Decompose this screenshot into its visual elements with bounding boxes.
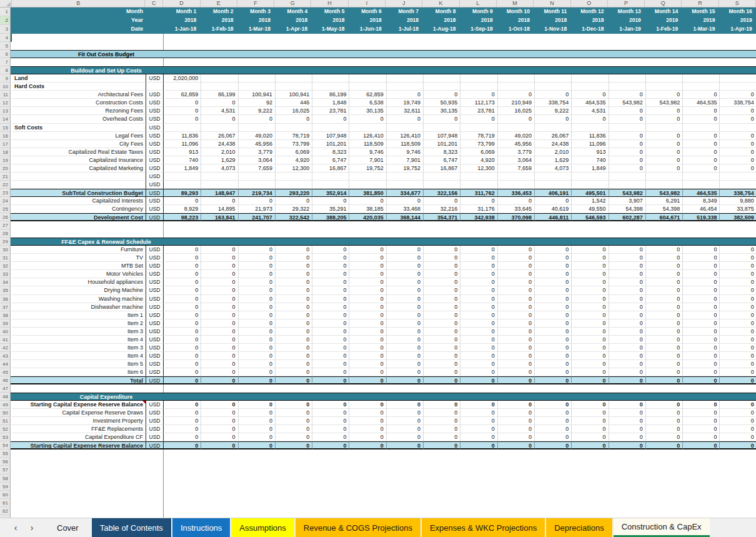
cell-I30[interactable]: 0 <box>349 246 385 254</box>
section-header-cell[interactable]: Capital Expenditure <box>12 393 756 401</box>
cell-I41[interactable]: 0 <box>349 336 385 344</box>
cell-Q35[interactable]: 0 <box>645 286 682 294</box>
row-header-44[interactable]: 44 <box>0 360 11 368</box>
cell-R34[interactable]: 0 <box>682 278 719 286</box>
cell-R20[interactable]: 0 <box>682 164 719 173</box>
cell-C49[interactable]: USD <box>146 401 164 409</box>
cell-B5[interactable] <box>12 42 146 50</box>
cell-F26[interactable]: 241,707 <box>238 213 275 221</box>
cell-O38[interactable]: 0 <box>571 311 608 319</box>
row-header-1[interactable]: 1 <box>0 8 11 16</box>
cell-N10[interactable] <box>534 83 571 91</box>
cell-P37[interactable]: 0 <box>609 303 645 311</box>
cell-N12[interactable]: 338,754 <box>534 99 571 107</box>
col-header-G[interactable]: G <box>274 0 311 7</box>
cell-Q16[interactable]: 0 <box>645 132 682 140</box>
cell-P24[interactable]: 3,907 <box>609 197 645 205</box>
cell-S35[interactable]: 0 <box>719 286 756 294</box>
cell-G2[interactable]: 2018 <box>275 16 312 25</box>
cell-O53[interactable]: 0 <box>571 433 608 441</box>
cell-H26[interactable]: 388,205 <box>312 213 349 221</box>
cell-S46[interactable]: 0 <box>719 376 756 384</box>
cell-R33[interactable]: 0 <box>682 270 719 278</box>
cell-N44[interactable]: 0 <box>534 360 571 368</box>
cell-P20[interactable]: 0 <box>609 164 645 173</box>
cell-G39[interactable]: 0 <box>275 319 312 328</box>
cell-S44[interactable]: 0 <box>719 360 756 368</box>
cell-M1[interactable]: Month 10 <box>497 8 534 16</box>
cell-P53[interactable]: 0 <box>609 433 645 441</box>
cell-R16[interactable]: 0 <box>682 132 719 140</box>
cell-R3[interactable]: 1-Mar-19 <box>682 25 719 34</box>
cell-D32[interactable]: 0 <box>164 262 201 270</box>
cell-M33[interactable]: 0 <box>497 270 534 278</box>
cell-F13[interactable]: 9,222 <box>238 107 275 115</box>
row-header-12[interactable]: 12 <box>0 99 11 107</box>
cell-G22[interactable] <box>275 181 312 189</box>
cell-P15[interactable] <box>609 124 645 132</box>
cell-R31[interactable]: 0 <box>682 254 719 262</box>
cell-P34[interactable]: 0 <box>609 278 645 286</box>
cell-L25[interactable]: 31,176 <box>460 205 497 213</box>
row-header-25[interactable]: 25 <box>0 205 11 213</box>
cell-C52[interactable]: USD <box>146 425 164 433</box>
cell-O36[interactable]: 0 <box>571 295 608 303</box>
row-header-28[interactable]: 28 <box>0 229 11 238</box>
cell-H54[interactable]: 0 <box>312 441 349 449</box>
cell-F31[interactable]: 0 <box>238 254 275 262</box>
cell-K35[interactable]: 0 <box>423 286 460 294</box>
cell-K52[interactable]: 0 <box>423 425 460 433</box>
cell-P14[interactable]: 0 <box>609 115 645 123</box>
cell-B59[interactable] <box>12 483 146 491</box>
cell-Q36[interactable]: 0 <box>645 295 682 303</box>
cell-B20[interactable]: Capitalized Marketing <box>12 164 146 173</box>
cell-L24[interactable]: 0 <box>460 197 497 205</box>
col-header-M[interactable]: M <box>497 0 534 7</box>
cell-E1[interactable]: Month 2 <box>201 8 237 16</box>
cell-O16[interactable]: 11,836 <box>571 132 608 140</box>
cell-F42[interactable]: 0 <box>238 344 275 352</box>
row-header-3[interactable]: 3 <box>0 25 11 34</box>
cell-O49[interactable]: 0 <box>571 401 608 409</box>
cell-D53[interactable]: 0 <box>164 433 201 441</box>
cell-H36[interactable]: 0 <box>312 295 349 303</box>
cell-Q18[interactable]: 0 <box>645 148 682 156</box>
cell-P31[interactable]: 0 <box>609 254 645 262</box>
cell-O23[interactable]: 495,501 <box>571 189 608 197</box>
cell-G35[interactable]: 0 <box>275 286 312 294</box>
cell-G24[interactable]: 0 <box>275 197 312 205</box>
cell-R10[interactable] <box>682 83 719 91</box>
cell-C24[interactable]: USD <box>146 197 164 205</box>
cell-C32[interactable]: USD <box>146 262 164 270</box>
cell-H46[interactable]: 0 <box>312 376 349 384</box>
cell-N17[interactable]: 24,438 <box>534 140 571 148</box>
cell-C51[interactable]: USD <box>146 417 164 425</box>
cell-B1[interactable]: Month <box>12 8 146 16</box>
cell-J31[interactable]: 0 <box>386 254 423 262</box>
cell-B52[interactable]: FF&E Replacements <box>12 425 146 433</box>
cell-C55[interactable] <box>146 449 164 458</box>
cell-E13[interactable]: 4,531 <box>201 107 237 115</box>
cell-E31[interactable]: 0 <box>201 254 237 262</box>
cell-J40[interactable]: 0 <box>386 328 423 336</box>
cell-K49[interactable]: 0 <box>423 401 460 409</box>
cell-L13[interactable]: 23,781 <box>460 107 497 115</box>
cell-P16[interactable]: 0 <box>609 132 645 140</box>
cell-I39[interactable]: 0 <box>349 319 385 328</box>
row-header-46[interactable]: 46 <box>0 376 11 384</box>
cell-N34[interactable]: 0 <box>534 278 571 286</box>
cell-N46[interactable]: 0 <box>534 376 571 384</box>
row-header-24[interactable]: 24 <box>0 197 11 205</box>
cell-G19[interactable]: 4,920 <box>275 156 312 164</box>
col-header-L[interactable]: L <box>460 0 497 7</box>
cell-I40[interactable]: 0 <box>349 328 385 336</box>
cell-N53[interactable]: 0 <box>534 433 571 441</box>
cell-N32[interactable]: 0 <box>534 262 571 270</box>
row-header-26[interactable]: 26 <box>0 213 11 221</box>
cell-S3[interactable]: 1-Apr-19 <box>719 25 756 34</box>
cell-D43[interactable]: 0 <box>164 352 201 360</box>
cell-H33[interactable]: 0 <box>312 270 349 278</box>
row-header-13[interactable]: 13 <box>0 107 11 115</box>
cell-G41[interactable]: 0 <box>275 336 312 344</box>
row-header-2[interactable]: 2 <box>0 16 11 25</box>
